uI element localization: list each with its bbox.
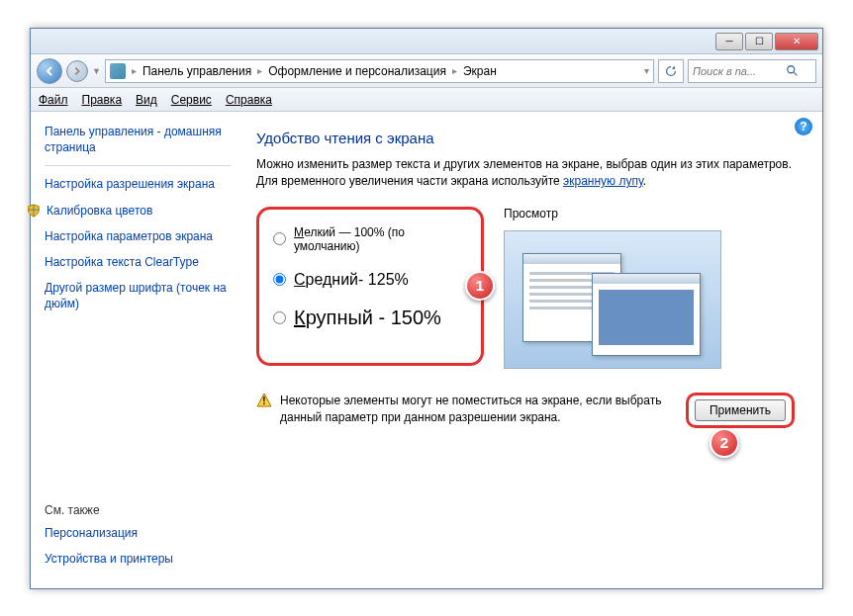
sidebar: Панель управления - домашняя страница На… <box>31 112 238 588</box>
search-box[interactable] <box>688 59 816 83</box>
sidebar-resolution[interactable]: Настройка разрешения экрана <box>45 176 231 192</box>
breadcrumb-display[interactable]: Экран <box>463 64 497 78</box>
content-area: Панель управления - домашняя страница На… <box>31 112 822 588</box>
refresh-icon <box>664 64 678 78</box>
search-input[interactable] <box>693 65 782 77</box>
forward-button[interactable] <box>66 60 88 82</box>
warning-text: Некоторые элементы могут не поместиться … <box>280 393 678 426</box>
back-button[interactable] <box>37 58 62 84</box>
titlebar: ─ ☐ ✕ <box>31 29 822 54</box>
sidebar-bottom: См. также Персонализация Устройства и пр… <box>45 503 233 576</box>
main-panel: ? Удобство чтения с экрана Можно изменит… <box>238 112 822 588</box>
arrow-right-icon <box>72 66 82 76</box>
breadcrumb-appearance[interactable]: Оформление и персонализация <box>268 64 446 78</box>
description-part1: Можно изменить размер текста и других эл… <box>256 157 792 188</box>
warning-icon: ! <box>256 393 272 408</box>
sidebar-personalization[interactable]: Персонализация <box>45 525 233 541</box>
radio-small[interactable]: Мелкий — 100% (по умолчанию) <box>273 225 467 253</box>
menu-edit[interactable]: Правка <box>82 93 123 107</box>
maximize-button[interactable]: ☐ <box>745 33 773 50</box>
arrow-left-icon <box>44 65 55 77</box>
sidebar-monitor-settings[interactable]: Настройка параметров экрана <box>45 228 231 244</box>
options-row: Мелкий — 100% (по умолчанию) Средний- 12… <box>256 207 795 369</box>
breadcrumb-control-panel[interactable]: Панель управления <box>142 64 251 78</box>
menu-file[interactable]: Файл <box>39 93 68 107</box>
radio-large-label: Крупный - 150% <box>294 307 441 329</box>
radio-large-input[interactable] <box>273 311 286 324</box>
monitor-icon <box>110 63 126 79</box>
chevron-right-icon: ▸ <box>257 65 262 76</box>
radio-medium-input[interactable] <box>273 273 286 286</box>
svg-line-1 <box>794 71 798 75</box>
preview-column: Просмотр <box>504 207 795 369</box>
minimize-button[interactable]: ─ <box>715 33 743 50</box>
warning-row: ! Некоторые элементы могут не поместитьс… <box>256 393 795 428</box>
sidebar-calibrate-label: Калибровка цветов <box>47 203 152 219</box>
chevron-right-icon: ▸ <box>452 65 457 76</box>
nav-dropdown-icon[interactable]: ▼ <box>92 66 101 76</box>
apply-wrap: Применить 2 <box>686 393 795 428</box>
see-also-label: См. также <box>45 503 233 517</box>
radio-small-label: Мелкий — 100% (по умолчанию) <box>294 225 467 253</box>
svg-point-0 <box>788 65 795 72</box>
radio-medium[interactable]: Средний- 125% <box>273 271 467 289</box>
control-panel-window: ─ ☐ ✕ ▼ ▸ Панель управления ▸ Оформление… <box>30 28 823 589</box>
preview-label: Просмотр <box>504 207 795 220</box>
sidebar-devices[interactable]: Устройства и принтеры <box>45 551 233 567</box>
sidebar-dpi[interactable]: Другой размер шрифта (точек на дюйм) <box>45 280 231 311</box>
sidebar-separator <box>45 165 231 166</box>
chevron-down-icon[interactable]: ▾ <box>644 65 649 76</box>
description-text: Можно изменить размер текста и других эл… <box>256 156 795 191</box>
shield-icon <box>27 204 41 218</box>
menu-service[interactable]: Сервис <box>171 93 212 107</box>
description-part2: . <box>643 174 646 188</box>
search-icon <box>786 64 800 78</box>
sidebar-cleartype[interactable]: Настройка текста ClearType <box>45 254 231 270</box>
callout-1: 1 <box>465 271 495 301</box>
window-buttons: ─ ☐ ✕ <box>715 33 818 50</box>
close-button[interactable]: ✕ <box>775 33 818 50</box>
sidebar-home[interactable]: Панель управления - домашняя страница <box>45 124 231 155</box>
page-title: Удобство чтения с экрана <box>256 130 795 146</box>
radio-large[interactable]: Крупный - 150% <box>273 307 467 329</box>
navbar: ▼ ▸ Панель управления ▸ Оформление и пер… <box>31 54 822 88</box>
menu-help[interactable]: Справка <box>226 93 272 107</box>
preview-window-2 <box>592 273 701 356</box>
size-options-group: Мелкий — 100% (по умолчанию) Средний- 12… <box>256 207 484 366</box>
address-bar[interactable]: ▸ Панель управления ▸ Оформление и персо… <box>105 59 654 83</box>
apply-button[interactable]: Применить <box>695 399 786 421</box>
refresh-button[interactable] <box>658 59 684 83</box>
preview-image <box>504 230 721 369</box>
magnifier-link[interactable]: экранную лупу <box>563 174 643 188</box>
callout-2: 2 <box>710 428 739 458</box>
radio-small-input[interactable] <box>273 232 286 245</box>
chevron-right-icon: ▸ <box>132 65 137 76</box>
sidebar-calibrate[interactable]: Калибровка цветов <box>27 203 231 219</box>
apply-highlight: Применить <box>686 393 795 428</box>
menu-view[interactable]: Вид <box>136 93 157 107</box>
help-icon[interactable]: ? <box>795 118 812 135</box>
svg-text:!: ! <box>262 396 265 406</box>
radio-medium-label: Средний- 125% <box>294 271 409 289</box>
menubar: Файл Правка Вид Сервис Справка <box>31 88 822 112</box>
